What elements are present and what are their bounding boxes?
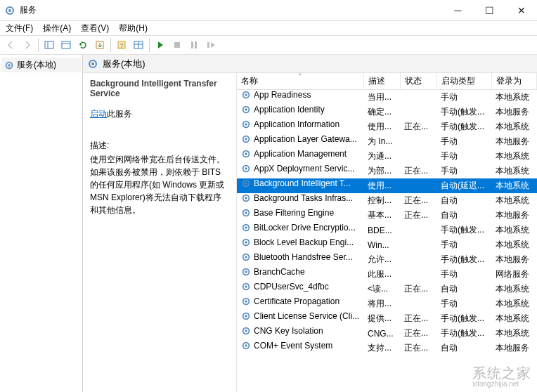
service-logon: 本地系统 <box>491 164 537 178</box>
service-desc: 为通... <box>363 149 400 164</box>
service-status <box>400 296 436 311</box>
forward-button[interactable] <box>20 37 35 53</box>
help-button[interactable]: ? <box>114 37 129 53</box>
svg-point-23 <box>245 108 247 111</box>
service-startup: 手动(触发... <box>436 105 491 119</box>
svg-point-17 <box>8 64 11 67</box>
service-status <box>400 149 436 164</box>
column-startup[interactable]: 启动类型 <box>436 73 491 90</box>
tree-root-label: 服务(本地) <box>17 59 56 71</box>
close-button[interactable]: ✕ <box>505 0 537 21</box>
gear-icon <box>241 178 251 188</box>
grid-button[interactable] <box>131 37 146 53</box>
service-row[interactable]: App Readiness当用...手动本地系统 <box>237 90 537 105</box>
service-startup: 手动(触发... <box>436 326 491 341</box>
service-logon: 本地服务 <box>491 105 537 119</box>
gear-icon <box>241 90 251 100</box>
column-logon[interactable]: 登录为 <box>491 73 537 90</box>
service-name: CDPUserSvc_4dfbc <box>254 282 329 292</box>
service-startup: 手动 <box>436 237 491 252</box>
svg-point-51 <box>245 315 247 318</box>
svg-point-21 <box>245 93 247 96</box>
svg-point-53 <box>245 329 247 332</box>
service-row[interactable]: Client License Service (Cli...提供...正在...… <box>237 311 537 326</box>
service-row[interactable]: AppX Deployment Servic...为部...正在...手动本地系… <box>237 164 537 178</box>
window-title: 服务 <box>20 4 442 16</box>
start-service-button[interactable] <box>153 37 168 53</box>
service-status: 正在... <box>400 326 436 341</box>
service-row[interactable]: Base Filtering Engine基本...正在...自动本地服务 <box>237 208 537 223</box>
svg-point-25 <box>245 123 247 126</box>
svg-rect-13 <box>191 41 193 48</box>
service-desc: 使用... <box>363 178 400 193</box>
service-name: Bluetooth Handsfree Ser... <box>254 252 353 262</box>
menu-file[interactable]: 文件(F) <box>6 22 33 34</box>
menu-help[interactable]: 帮助(H) <box>119 22 148 34</box>
service-logon: 本地系统 <box>491 90 537 105</box>
start-service-link[interactable]: 启动 <box>90 109 107 119</box>
service-row[interactable]: Application Identity确定...手动(触发...本地服务 <box>237 105 537 119</box>
service-startup: 自动 <box>436 208 491 223</box>
svg-point-45 <box>245 270 247 273</box>
breadcrumb: 服务(本地) <box>83 55 537 73</box>
stop-service-button[interactable] <box>169 37 185 53</box>
service-row[interactable]: CNG Key IsolationCNG...正在...手动(触发...本地系统 <box>237 326 537 341</box>
service-status <box>400 134 436 149</box>
service-name-heading: Background Intelligent Transfer Service <box>90 79 229 98</box>
export-button[interactable] <box>92 37 108 53</box>
service-name: Application Management <box>254 149 347 159</box>
toggle-panel-button[interactable] <box>41 37 57 53</box>
service-row[interactable]: Background Intelligent T...使用...自动(延迟...… <box>237 178 537 193</box>
service-logon: 本地服务 <box>491 134 537 149</box>
service-row[interactable]: Background Tasks Infras...控制...正在...自动本地… <box>237 193 537 208</box>
service-startup: 手动 <box>436 90 491 105</box>
properties-button[interactable] <box>58 37 74 53</box>
service-row[interactable]: Application Information使用...正在...手动(触发..… <box>237 119 537 134</box>
menu-action[interactable]: 操作(A) <box>43 22 71 34</box>
restart-service-button[interactable] <box>203 37 219 53</box>
gear-icon <box>4 60 14 70</box>
start-service-suffix: 此服务 <box>107 109 132 119</box>
column-status[interactable]: 状态 <box>400 73 436 90</box>
svg-point-35 <box>245 197 247 200</box>
service-row[interactable]: Application Layer Gatewa...为 In...手动本地服务 <box>237 134 537 149</box>
service-logon: 本地服务 <box>491 341 537 355</box>
menu-view[interactable]: 查看(V) <box>81 22 109 34</box>
service-name: Background Tasks Infras... <box>254 193 353 203</box>
service-startup: 自动 <box>436 282 491 296</box>
description-label: 描述: <box>90 140 229 152</box>
service-status <box>400 178 436 193</box>
service-row[interactable]: BitLocker Drive Encryptio...BDE...手动(触发.… <box>237 223 537 237</box>
column-desc[interactable]: 描述 <box>363 73 400 90</box>
service-row[interactable]: Block Level Backup Engi...Win...手动本地系统 <box>237 237 537 252</box>
service-row[interactable]: CDPUserSvc_4dfbc<读...正在...自动本地系统 <box>237 282 537 296</box>
service-status <box>400 105 436 119</box>
maximize-button[interactable]: ☐ <box>474 0 505 21</box>
service-row[interactable]: COM+ Event System支持...正在...自动本地服务 <box>237 341 537 355</box>
service-row[interactable]: Certificate Propagation将用...手动本地系统 <box>237 296 537 311</box>
service-status: 正在... <box>400 341 436 355</box>
tree-root-node[interactable]: 服务(本地) <box>1 58 81 72</box>
pause-service-button[interactable] <box>186 37 202 53</box>
service-name: App Readiness <box>254 90 311 100</box>
back-button[interactable] <box>3 37 18 53</box>
svg-rect-2 <box>45 41 53 48</box>
service-startup: 自动 <box>436 341 491 355</box>
minimize-button[interactable]: ─ <box>442 0 474 21</box>
service-logon: 本地系统 <box>491 178 537 193</box>
service-startup: 手动 <box>436 296 491 311</box>
breadcrumb-label: 服务(本地) <box>103 58 145 70</box>
service-row[interactable]: Bluetooth Handsfree Ser...允许...手动(触发...本… <box>237 252 537 267</box>
service-name: Client License Service (Cli... <box>254 311 359 321</box>
gear-icon <box>241 208 251 218</box>
svg-rect-15 <box>207 42 209 48</box>
refresh-button[interactable] <box>75 37 91 53</box>
service-status: 正在... <box>400 311 436 326</box>
service-logon: 本地系统 <box>491 149 537 164</box>
service-desc: 为部... <box>363 164 400 178</box>
service-row[interactable]: BranchCache此服...手动网络服务 <box>237 267 537 282</box>
svg-text:?: ? <box>119 42 123 49</box>
column-name[interactable]: 名称 <box>237 73 363 90</box>
service-name: Application Information <box>254 119 339 129</box>
service-row[interactable]: Application Management为通...手动本地系统 <box>237 149 537 164</box>
